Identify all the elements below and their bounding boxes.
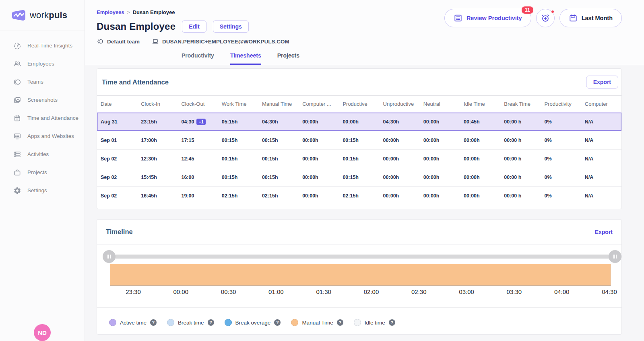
cell-unproductive: 04:30h xyxy=(380,119,420,125)
help-icon[interactable]: ? xyxy=(337,319,343,326)
sidebar-item-projects[interactable]: Projects xyxy=(0,163,85,181)
break-time-swatch xyxy=(167,319,174,326)
cell-computer-time: 00:00h xyxy=(299,193,339,199)
attendance-title: Time and Attendance xyxy=(102,78,169,86)
cell-productive: 00:15h xyxy=(339,175,379,180)
sidebar-item-real-time-insights[interactable]: Real-Time Insights xyxy=(0,37,85,55)
sidebar-item-label: Real-Time Insights xyxy=(27,43,72,49)
settings-icon xyxy=(13,187,21,195)
col-manual-time: Manual Time xyxy=(258,101,299,107)
laptop-icon xyxy=(152,38,159,45)
col-productive: Productive xyxy=(339,101,379,107)
axis-tick: 01:00 xyxy=(256,288,296,295)
team-icon xyxy=(97,38,104,45)
cell-clock-out: 17:15 xyxy=(178,138,218,143)
cell-date: Sep 01 xyxy=(97,138,137,143)
axis-tick: 02:00 xyxy=(351,288,391,295)
tab-bar: Productivity Timesheets Projects xyxy=(182,52,299,65)
user-avatar[interactable]: ND xyxy=(34,324,51,341)
cell-productivity: 0% xyxy=(541,175,581,180)
sidebar-item-teams[interactable]: Teams xyxy=(0,73,85,91)
legend-break-time: Break time ? xyxy=(167,319,214,326)
col-clock-in: Clock-In xyxy=(137,101,178,107)
col-computer: Computer xyxy=(581,101,621,107)
cell-clock-in: 16:45h xyxy=(137,193,178,199)
cell-date: Sep 02 xyxy=(97,156,137,162)
table-row[interactable]: Sep 02 15:45h 16:00 00:15h 00:15h 00:00h… xyxy=(97,168,621,186)
realtime-insights-icon xyxy=(13,42,21,50)
col-productivity: Productivity xyxy=(541,101,581,107)
cell-productivity: 0% xyxy=(541,156,581,162)
table-row[interactable]: Sep 02 12:30h 12:45 00:15h 00:15h 00:00h… xyxy=(97,149,621,168)
cell-manual-time: 04:30h xyxy=(258,119,299,125)
legend-break-overage: Break overage ? xyxy=(225,319,281,326)
sidebar-item-screenshots[interactable]: Screenshots xyxy=(0,91,85,109)
teams-icon xyxy=(13,78,21,86)
table-header-row: Date Clock-In Clock-Out Work Time Manual… xyxy=(97,95,621,112)
cell-break-time: 00:00 h xyxy=(500,156,541,162)
sidebar-item-settings[interactable]: Settings xyxy=(0,181,85,199)
cell-idle-time: 00:00h xyxy=(460,138,500,143)
help-icon[interactable]: ? xyxy=(150,319,157,326)
timeline-range-slider[interactable] xyxy=(109,255,615,259)
timeline-export-link[interactable]: Export xyxy=(595,229,613,235)
cell-date: Aug 31 xyxy=(97,119,137,125)
review-productivity-button[interactable]: Review Productivity 11 xyxy=(444,9,531,27)
sidebar-nav: Real-Time Insights Employees Teams xyxy=(0,31,85,199)
settings-button[interactable]: Settings xyxy=(213,21,249,33)
axis-tick: 04:00 xyxy=(542,288,582,295)
review-count-badge: 11 xyxy=(521,6,534,14)
help-icon[interactable]: ? xyxy=(208,319,214,326)
workpuls-logo[interactable]: workpuls xyxy=(0,0,85,31)
cell-clock-out: 19:00 xyxy=(178,193,218,199)
col-date: Date xyxy=(97,101,137,107)
notification-dot xyxy=(551,10,555,14)
time-and-attendance-card: Time and Attendance Export Date Clock-In… xyxy=(97,68,622,209)
breadcrumb-employees-link[interactable]: Employees xyxy=(97,9,124,15)
cell-date: Sep 02 xyxy=(97,175,137,180)
sidebar: workpuls Real-Time Insights Employees xyxy=(0,0,85,341)
reminder-button[interactable] xyxy=(536,9,555,27)
cell-break-time: 00:00 h xyxy=(500,138,541,143)
team-info: Default team xyxy=(97,38,140,45)
tab-timesheets[interactable]: Timesheets xyxy=(230,52,261,65)
calendar-icon xyxy=(569,14,578,23)
timeline-axis: 23:30 00:00 00:30 01:00 01:30 02:00 02:3… xyxy=(113,288,622,295)
tab-productivity[interactable]: Productivity xyxy=(182,52,214,65)
slider-handle-right[interactable] xyxy=(609,250,621,263)
sidebar-item-time-and-attendance[interactable]: Time and Attendance xyxy=(0,109,85,127)
cell-idle-time: 00:00h xyxy=(460,175,500,180)
sidebar-item-apps-and-websites[interactable]: Apps and Websites xyxy=(0,127,85,145)
axis-tick: 03:00 xyxy=(446,288,487,295)
slider-handle-left[interactable] xyxy=(103,250,116,263)
legend-active-time: Active time ? xyxy=(109,319,157,326)
review-productivity-label: Review Productivity xyxy=(466,15,522,21)
edit-button[interactable]: Edit xyxy=(182,21,206,33)
alarm-add-icon xyxy=(541,13,550,23)
sidebar-item-activities[interactable]: Activities xyxy=(0,145,85,163)
timeline-title: Timeline xyxy=(106,228,133,236)
cell-clock-in: 17:00h xyxy=(137,138,178,143)
table-row[interactable]: Sep 02 16:45h 19:00 02:15h 02:15h 00:00h… xyxy=(97,186,621,205)
cell-idle-time: 00:00h xyxy=(460,193,500,199)
cell-computer-time: 00:00h xyxy=(299,138,339,143)
table-row[interactable]: Sep 01 17:00h 17:15 00:15h 00:15h 00:00h… xyxy=(97,131,621,149)
cell-clock-out: 16:00 xyxy=(178,175,218,180)
help-icon[interactable]: ? xyxy=(274,319,281,326)
main-area: Employees > Dusan Employee Dusan Employe… xyxy=(85,0,644,341)
tab-projects[interactable]: Projects xyxy=(277,52,299,65)
date-range-button[interactable]: Last Month xyxy=(559,9,622,27)
idle-time-swatch xyxy=(354,319,361,326)
break-overage-swatch xyxy=(225,319,232,326)
sidebar-item-employees[interactable]: Employees xyxy=(0,55,85,73)
cell-idle-time: 00:45h xyxy=(460,119,500,125)
sidebar-item-label: Time and Attendance xyxy=(27,115,78,121)
table-row[interactable]: Aug 31 23:15h 04:30+1 05:15h 04:30h 00:0… xyxy=(97,112,621,131)
help-icon[interactable]: ? xyxy=(389,319,395,326)
col-idle-time: Idle Time xyxy=(460,101,500,107)
breadcrumb-current: Dusan Employee xyxy=(133,9,175,15)
cell-productivity: 0% xyxy=(541,138,581,143)
col-unproductive: Unproductive xyxy=(380,101,420,107)
cell-clock-out: 12:45 xyxy=(178,156,218,162)
attendance-export-button[interactable]: Export xyxy=(586,76,618,88)
